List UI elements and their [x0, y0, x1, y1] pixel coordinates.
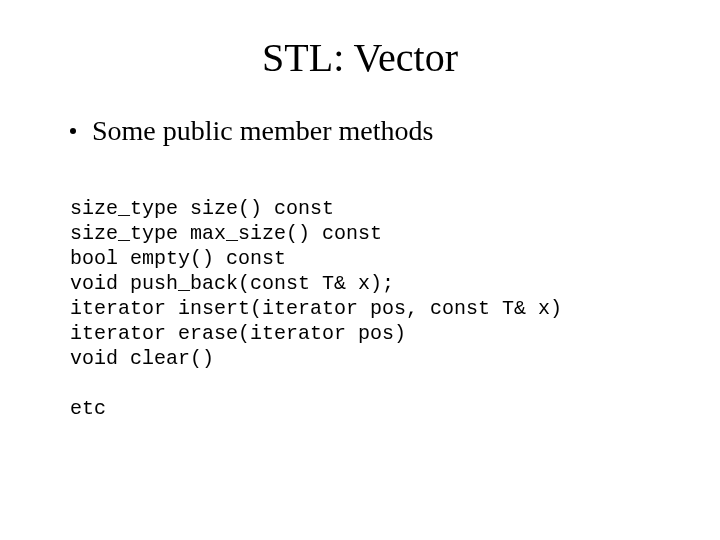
code-line: etc: [70, 397, 106, 420]
code-block: size_type size() const size_type max_siz…: [70, 171, 680, 446]
bullet-item: Some public member methods: [70, 115, 680, 147]
slide: STL: Vector Some public member methods s…: [0, 34, 720, 540]
code-line: bool empty() const: [70, 247, 286, 270]
code-line: iterator erase(iterator pos): [70, 322, 406, 345]
code-line: void clear(): [70, 347, 214, 370]
bullet-icon: [70, 128, 76, 134]
code-line: void push_back(const T& x);: [70, 272, 394, 295]
code-line: size_type max_size() const: [70, 222, 382, 245]
code-line: size_type size() const: [70, 197, 334, 220]
slide-title: STL: Vector: [0, 34, 720, 81]
slide-body: Some public member methods size_type siz…: [0, 115, 720, 446]
code-line: iterator insert(iterator pos, const T& x…: [70, 297, 562, 320]
bullet-text: Some public member methods: [92, 115, 433, 147]
